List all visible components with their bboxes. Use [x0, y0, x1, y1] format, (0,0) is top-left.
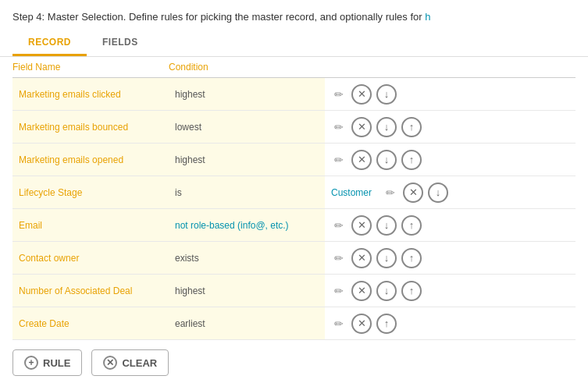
clear-icon: ✕ — [103, 356, 117, 370]
condition-5: not role-based (info@, etc.) — [169, 209, 325, 241]
actions-4: Customer ✏ ✕ ↓ — [325, 179, 576, 206]
remove-icon-5[interactable]: ✕ — [351, 215, 372, 236]
field-name-5: Email — [12, 209, 169, 241]
field-name-7: Number of Associated Deal — [12, 275, 169, 307]
remove-icon-2[interactable]: ✕ — [351, 117, 372, 137]
header-description: Define rules for picking the master reco… — [129, 11, 425, 23]
table-row: Contact owner exists ✏ ✕ ↓ ↑ — [12, 242, 576, 275]
up-icon-2[interactable]: ↑ — [401, 117, 422, 137]
condition-3: highest — [169, 144, 325, 176]
add-rule-label: RULE — [43, 357, 70, 369]
condition-8: earliest — [169, 307, 325, 339]
up-icon-7[interactable]: ↑ — [401, 281, 422, 301]
down-icon-7[interactable]: ↓ — [376, 281, 397, 301]
field-name-1: Marketing emails clicked — [12, 78, 169, 110]
footer: + RULE ✕ CLEAR — [0, 340, 588, 385]
remove-icon-6[interactable]: ✕ — [351, 248, 372, 268]
field-name-6: Contact owner — [12, 242, 169, 274]
tab-record[interactable]: RECORD — [12, 30, 87, 56]
down-icon-2[interactable]: ↓ — [376, 117, 397, 137]
up-icon-8[interactable]: ↑ — [376, 314, 397, 334]
condition-2: lowest — [169, 111, 325, 143]
field-name-8: Create Date — [12, 307, 169, 339]
table-row: Number of Associated Deal highest ✏ ✕ ↓ … — [12, 275, 576, 307]
table-row: Marketing emails opened highest ✏ ✕ ↓ ↑ — [12, 144, 576, 176]
table-row: Lifecycle Stage is Customer ✏ ✕ ↓ — [12, 176, 576, 209]
remove-icon-3[interactable]: ✕ — [351, 150, 372, 170]
field-name-3: Marketing emails opened — [12, 144, 169, 176]
table-row: Email not role-based (info@, etc.) ✏ ✕ ↓… — [12, 209, 576, 242]
field-name-2: Marketing emails bounced — [12, 111, 169, 143]
actions-5: ✏ ✕ ↓ ↑ — [325, 212, 576, 239]
actions-6: ✏ ✕ ↓ ↑ — [325, 245, 576, 271]
remove-icon-4[interactable]: ✕ — [403, 183, 423, 203]
remove-icon-1[interactable]: ✕ — [351, 84, 372, 105]
table-row: Marketing emails clicked highest ✏ ✕ ↓ — [12, 78, 576, 111]
condition-7: highest — [169, 275, 325, 307]
col-condition: Condition — [169, 62, 325, 73]
actions-8: ✏ ✕ ↑ — [325, 310, 576, 337]
clear-button[interactable]: ✕ CLEAR — [91, 349, 169, 376]
table-row: Create Date earliest ✏ ✕ ↑ — [12, 307, 576, 340]
tab-fields[interactable]: FIELDS — [87, 30, 154, 56]
actions-7: ✏ ✕ ↓ ↑ — [325, 278, 576, 304]
down-icon-1[interactable]: ↓ — [376, 84, 397, 105]
table-header: Field Name Condition — [12, 57, 576, 78]
condition-4: is — [169, 176, 325, 208]
down-icon-3[interactable]: ↓ — [376, 150, 397, 170]
col-field-name: Field Name — [12, 62, 169, 73]
actions-2: ✏ ✕ ↓ ↑ — [325, 114, 576, 140]
condition-1: highest — [169, 78, 325, 110]
field-name-4: Lifecycle Stage — [12, 176, 169, 208]
down-icon-4[interactable]: ↓ — [428, 183, 448, 203]
remove-icon-8[interactable]: ✕ — [351, 314, 372, 334]
rules-table: Field Name Condition Marketing emails cl… — [0, 57, 588, 340]
down-icon-5[interactable]: ↓ — [376, 215, 397, 236]
edit-icon-3[interactable]: ✏ — [331, 152, 347, 168]
up-icon-3[interactable]: ↑ — [401, 150, 422, 170]
edit-icon-4[interactable]: ✏ — [383, 185, 398, 200]
down-icon-6[interactable]: ↓ — [376, 248, 397, 268]
table-row: Marketing emails bounced lowest ✏ ✕ ↓ ↑ — [12, 111, 576, 144]
edit-icon-1[interactable]: ✏ — [331, 87, 347, 102]
edit-icon-7[interactable]: ✏ — [331, 283, 347, 299]
up-icon-5[interactable]: ↑ — [401, 215, 422, 236]
header-step: Step 4: Master Selection. — [12, 11, 126, 23]
clear-label: CLEAR — [122, 357, 157, 369]
actions-1: ✏ ✕ ↓ — [325, 81, 576, 108]
up-icon-6[interactable]: ↑ — [401, 248, 422, 268]
page-header: Step 4: Master Selection. Define rules f… — [0, 0, 588, 30]
lifecycle-value: Customer — [331, 187, 372, 198]
remove-icon-7[interactable]: ✕ — [351, 281, 372, 301]
actions-3: ✏ ✕ ↓ ↑ — [325, 147, 576, 173]
add-rule-icon: + — [24, 356, 38, 370]
edit-icon-6[interactable]: ✏ — [331, 250, 347, 266]
edit-icon-5[interactable]: ✏ — [331, 218, 347, 233]
col-actions — [325, 62, 576, 73]
add-rule-button[interactable]: + RULE — [12, 349, 82, 376]
edit-icon-2[interactable]: ✏ — [331, 119, 347, 135]
tab-bar: RECORD FIELDS — [0, 30, 588, 57]
header-link[interactable]: h — [425, 11, 430, 23]
edit-icon-8[interactable]: ✏ — [331, 316, 347, 332]
condition-6: exists — [169, 242, 325, 274]
